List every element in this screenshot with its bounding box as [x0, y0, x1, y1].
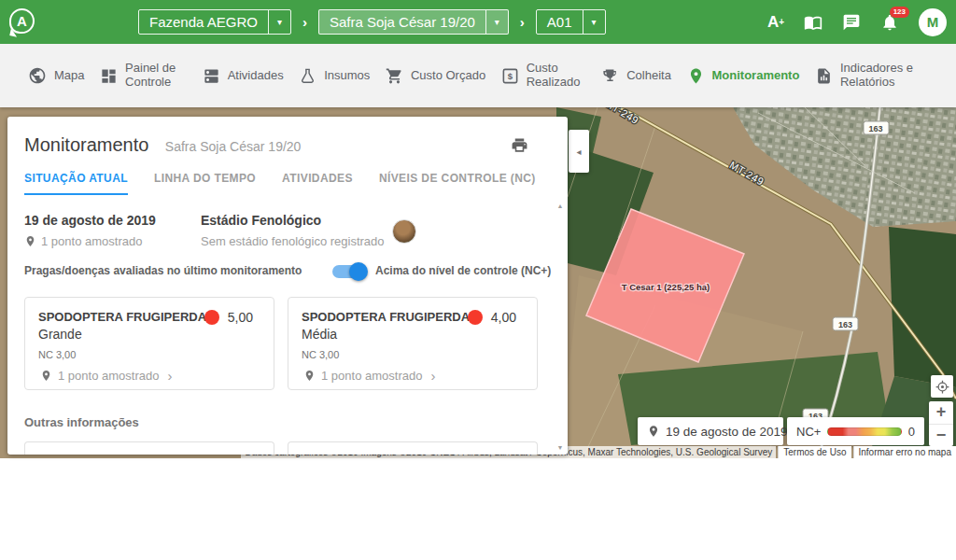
- nav-item-colheita[interactable]: Colheita: [601, 67, 671, 85]
- pest-name: SPODOPTERA FRUGIPERDA -: [302, 309, 477, 326]
- svg-text:163: 163: [868, 124, 882, 133]
- report-error-link[interactable]: Informar erro no mapa: [853, 446, 956, 458]
- trophy-icon: [601, 67, 619, 85]
- caret-down-icon: ▾: [583, 10, 605, 34]
- map-pin-icon: [24, 235, 36, 247]
- map-date-text: 19 de agosto de 2019: [666, 425, 788, 439]
- route-shield-163: 163: [864, 121, 889, 134]
- field-polygon-label: T Cesar 1 (225,25 ha): [622, 282, 710, 292]
- tab-niveis-de-controle[interactable]: NÍVEIS DE CONTROLE (NC): [379, 172, 536, 195]
- pest-points-link[interactable]: 1 ponto amostrado ›: [303, 368, 435, 384]
- chevron-right-icon: ›: [430, 368, 435, 384]
- panel-header: Monitoramento Safra Soja César 19/20: [7, 117, 568, 156]
- nav-item-atividades[interactable]: Atividades: [203, 67, 284, 85]
- chat-icon: [842, 13, 861, 32]
- my-location-button[interactable]: [931, 375, 953, 398]
- monitoring-date-block: 19 de agosto de 2019 1 ponto amostrado: [24, 213, 156, 248]
- money-square-icon: $: [501, 67, 519, 85]
- nav-item-custo-orcado[interactable]: Custo Orçado: [386, 67, 485, 85]
- pest-value: 4,00: [491, 310, 516, 325]
- chat-button[interactable]: [842, 13, 861, 32]
- nav-item-insumos[interactable]: Insumos: [299, 67, 370, 85]
- alert-dot-icon: [468, 310, 483, 325]
- chevron-right-icon: ›: [167, 368, 172, 384]
- other-info-card[interactable]: [288, 441, 538, 455]
- notifications-button[interactable]: 123: [880, 13, 899, 32]
- panel-collapse-button[interactable]: ◂: [569, 130, 589, 173]
- map-pin-icon: [647, 425, 660, 438]
- aegro-plus-button[interactable]: A+: [767, 13, 784, 32]
- nc-legend-value: 0: [908, 425, 915, 439]
- pest-points-link[interactable]: 1 ponto amostrado ›: [40, 368, 172, 384]
- terms-link[interactable]: Termos de Uso: [778, 446, 851, 458]
- app-window: A Fazenda AEGRO ▾ › Safra Soja César 19/…: [0, 0, 956, 560]
- map-zoom-control: + −: [929, 401, 953, 446]
- tab-atividades[interactable]: ATIVIDADES: [282, 172, 353, 195]
- pest-value-block: 4,00: [468, 310, 516, 325]
- panel-title: Monitoramento: [24, 134, 148, 155]
- aegro-logo[interactable]: A: [9, 8, 35, 35]
- field-selector[interactable]: A01 ▾: [536, 9, 606, 35]
- header-actions: A+ 123 M: [767, 0, 947, 44]
- nc-legend-label: NC+: [796, 425, 821, 439]
- dashboard-icon: [100, 67, 118, 85]
- zoom-out-button[interactable]: −: [929, 425, 953, 447]
- notification-count-badge: 123: [890, 7, 909, 18]
- nav-label: Custo Realizado: [527, 62, 586, 90]
- nc-gradient-bar: [827, 427, 901, 436]
- phenological-stage-heading: Estádio Fenológico: [201, 213, 385, 228]
- alert-dot-icon: [204, 310, 219, 325]
- nav-label: Painel de Controle: [125, 62, 187, 90]
- map-date-chip: 19 de agosto de 2019: [638, 417, 783, 445]
- caret-down-icon: ▾: [485, 10, 508, 34]
- map-pin-icon: [40, 370, 52, 382]
- other-info-card[interactable]: [24, 441, 274, 455]
- farm-selector-label: Fazenda AEGRO: [139, 10, 268, 34]
- nav-label: Indicadores e Relatórios: [840, 62, 924, 90]
- map-field-patch: [889, 227, 956, 387]
- nav-item-custo-realizado[interactable]: $ Custo Realizado: [501, 62, 586, 90]
- nc-filter-toggle-label: Acima do nível de controle (NC+): [375, 264, 551, 277]
- nav-item-painel-de-controle[interactable]: Painel de Controle: [100, 62, 187, 90]
- print-button[interactable]: [511, 136, 528, 158]
- pest-nc-level: NC 3,00: [302, 349, 339, 360]
- crosshair-icon: [935, 380, 949, 394]
- scroll-up-arrow[interactable]: ▲: [555, 203, 565, 209]
- tab-situacao-atual[interactable]: SITUAÇÃO ATUAL: [24, 172, 128, 195]
- pest-value: 5,00: [228, 310, 253, 325]
- season-selector-label: Safra Soja César 19/20: [319, 10, 485, 34]
- field-selector-label: A01: [537, 10, 583, 34]
- toggle-knob: [349, 262, 368, 281]
- zoom-in-button[interactable]: +: [929, 401, 953, 425]
- nav-item-indicadores-relatorios[interactable]: Indicadores e Relatórios: [815, 62, 924, 90]
- panel-subtitle: Safra Soja César 19/20: [165, 139, 302, 154]
- map-pin-icon: [687, 67, 705, 85]
- printer-icon: [511, 136, 528, 154]
- nav-label: Atividades: [228, 69, 284, 83]
- pest-nc-level: NC 3,00: [38, 349, 76, 360]
- pest-filter-row: Pragas/doenças avaliadas no último monit…: [7, 262, 568, 279]
- main-nav: Mapa Painel de Controle Atividades Insum…: [0, 44, 956, 107]
- plus-icon: +: [779, 17, 784, 27]
- scout-avatar[interactable]: [392, 219, 416, 244]
- pest-points-text: 1 ponto amostrado: [321, 369, 422, 383]
- nav-item-monitoramento[interactable]: Monitoramento: [687, 67, 800, 85]
- tab-linha-do-tempo[interactable]: LINHA DO TEMPO: [154, 172, 256, 195]
- season-selector[interactable]: Safra Soja César 19/20 ▾: [318, 9, 509, 35]
- farm-selector[interactable]: Fazenda AEGRO ▾: [138, 9, 291, 35]
- nav-item-mapa[interactable]: Mapa: [28, 66, 85, 85]
- nav-label: Mapa: [54, 69, 85, 83]
- pest-card[interactable]: SPODOPTERA FRUGIPERDA - Média 4,00 NC 3,…: [288, 297, 538, 390]
- knowledge-book-button[interactable]: [804, 13, 822, 32]
- pest-variant: Grande: [38, 327, 82, 342]
- nav-label: Insumos: [324, 69, 370, 83]
- pest-points-text: 1 ponto amostrado: [58, 369, 159, 383]
- svg-text:163: 163: [838, 320, 852, 329]
- nav-label: Custo Orçado: [411, 69, 485, 83]
- user-avatar[interactable]: M: [919, 8, 947, 36]
- pest-value-block: 5,00: [204, 310, 253, 325]
- scroll-down-arrow[interactable]: ▼: [555, 444, 565, 451]
- nc-filter-toggle[interactable]: [332, 265, 364, 278]
- sampled-points-text: 1 ponto amostrado: [41, 234, 142, 248]
- pest-card[interactable]: SPODOPTERA FRUGIPERDA - Grande 5,00 NC 3…: [24, 297, 274, 390]
